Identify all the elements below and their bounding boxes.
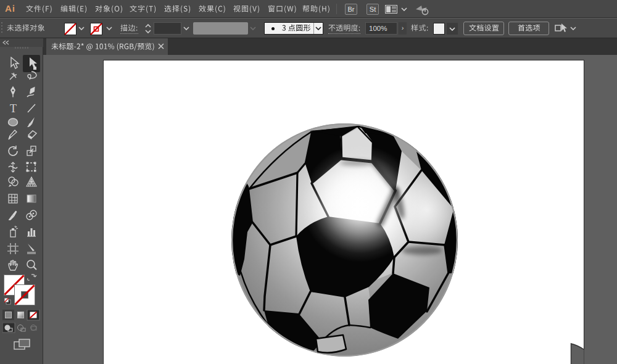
svg-text:T: T: [10, 102, 17, 115]
